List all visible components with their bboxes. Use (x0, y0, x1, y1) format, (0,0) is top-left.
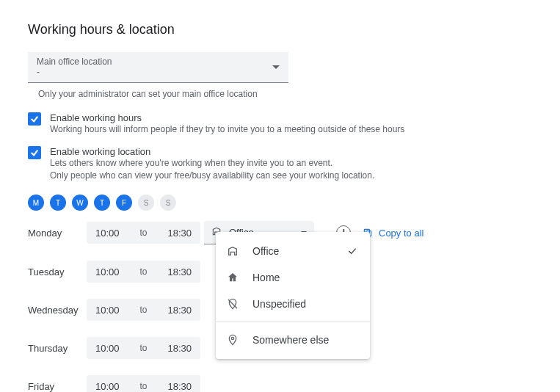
day-label: Friday (28, 381, 87, 392)
end-time: 18:30 (167, 266, 192, 277)
day-label: Wednesday (28, 305, 87, 316)
copy-to-all-label: Copy to all (379, 228, 423, 239)
day-label: Monday (28, 228, 87, 239)
to-label: to (139, 305, 147, 315)
day-pill-sun[interactable]: S (160, 195, 176, 211)
day-pill-mon[interactable]: M (28, 195, 44, 211)
location-off-icon (226, 298, 239, 310)
check-icon (346, 245, 358, 257)
enable-working-location-label: Enable working location (50, 146, 374, 157)
home-icon (226, 272, 239, 283)
admin-hint: Only your administrator can set your mai… (38, 89, 532, 99)
to-label: to (139, 381, 147, 391)
end-time: 18:30 (167, 343, 192, 354)
time-range-input[interactable]: 10:00 to 18:30 (87, 222, 200, 244)
svg-point-3 (231, 337, 233, 339)
option-label: Office (252, 245, 279, 257)
end-time: 18:30 (167, 228, 192, 239)
end-time: 18:30 (167, 381, 192, 392)
divider (216, 322, 370, 322)
start-time: 10:00 (95, 381, 120, 392)
time-range-input[interactable]: 10:00 to 18:30 (87, 261, 200, 283)
day-pill-tue[interactable]: T (50, 195, 66, 211)
location-option-elsewhere[interactable]: Somewhere else (216, 327, 370, 353)
option-label: Somewhere else (252, 334, 329, 346)
time-range-input[interactable]: 10:00 to 18:30 (87, 375, 200, 392)
time-range-input[interactable]: 10:00 to 18:30 (87, 299, 200, 321)
option-label: Home (252, 272, 280, 283)
enable-working-location-checkbox[interactable] (28, 146, 41, 159)
enable-working-hours-checkbox[interactable] (28, 112, 41, 126)
office-building-icon (226, 245, 239, 257)
day-label: Thursday (28, 343, 87, 354)
day-label: Tuesday (28, 266, 87, 277)
time-range-input[interactable]: 10:00 to 18:30 (87, 337, 200, 359)
day-pill-thu[interactable]: T (94, 195, 110, 211)
to-label: to (139, 343, 147, 353)
location-option-home[interactable]: Home (216, 264, 370, 291)
start-time: 10:00 (95, 266, 120, 277)
location-pin-icon (226, 334, 239, 346)
day-pill-sat[interactable]: S (138, 195, 154, 211)
main-loc-value: - (37, 68, 112, 77)
copy-to-all-button[interactable]: Copy to all (363, 228, 423, 239)
day-pill-wed[interactable]: W (72, 195, 88, 211)
location-option-unspecified[interactable]: Unspecified (216, 291, 370, 317)
location-dropdown[interactable]: Office Home Unspecified (216, 232, 370, 359)
start-time: 10:00 (95, 305, 120, 316)
day-pill-fri[interactable]: F (116, 195, 132, 211)
main-loc-label: Main office location (37, 57, 112, 67)
end-time: 18:30 (167, 305, 192, 316)
option-label: Unspecified (252, 298, 306, 310)
page-title: Working hours & location (28, 22, 532, 37)
start-time: 10:00 (95, 343, 120, 354)
main-office-location-select[interactable]: Main office location - (28, 52, 288, 83)
location-option-office[interactable]: Office (216, 238, 370, 264)
to-label: to (139, 266, 147, 277)
enable-working-location-desc2: Only people who can view your free/busy … (50, 170, 374, 182)
chevron-down-icon (272, 65, 280, 69)
enable-working-hours-label: Enable working hours (50, 112, 404, 123)
enable-working-hours-desc: Working hours will inform people if they… (50, 123, 404, 136)
day-of-week-pills: M T W T F S S (28, 195, 532, 211)
to-label: to (139, 228, 147, 238)
enable-working-location-desc1: Lets others know where you're working wh… (50, 157, 374, 170)
start-time: 10:00 (95, 228, 120, 239)
